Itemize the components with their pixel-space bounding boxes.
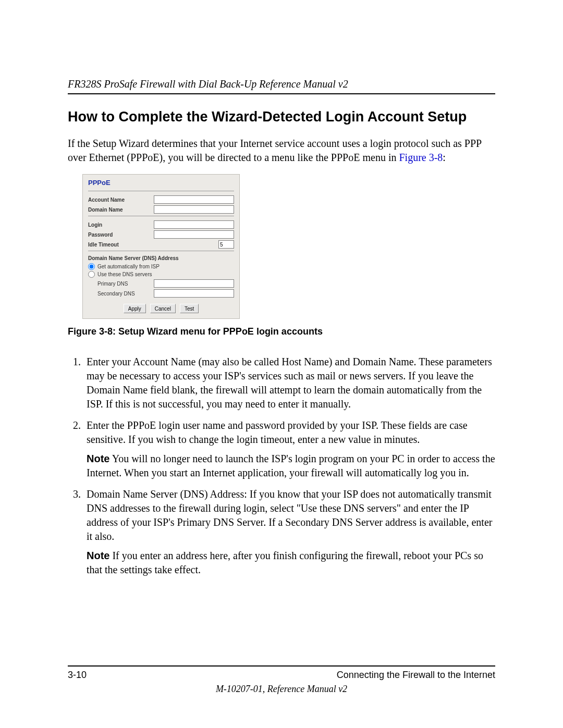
step-3-text: Domain Name Server (DNS) Address: If you… — [87, 488, 492, 542]
domain-name-input[interactable] — [154, 205, 234, 214]
primary-dns-input[interactable] — [154, 279, 234, 288]
dns-auto-label: Get automatically from ISP — [97, 264, 160, 269]
figure-xref: Figure 3-8 — [399, 152, 443, 163]
step-2: Enter the PPPoE login user name and pass… — [83, 418, 495, 480]
chapter-title: Connecting the Firewall to the Internet — [337, 670, 495, 681]
step-2-note-text: You will no longer need to launch the IS… — [87, 453, 495, 478]
secondary-dns-input[interactable] — [154, 289, 234, 298]
pppoe-screenshot: PPPoE Account Name Domain Name Login Pas… — [82, 174, 240, 319]
password-label: Password — [88, 232, 151, 238]
intro-paragraph: If the Setup Wizard determines that your… — [68, 137, 495, 165]
page-number: 3-10 — [68, 670, 87, 681]
dns-manual-label: Use these DNS servers — [97, 272, 152, 277]
step-3: Domain Name Server (DNS) Address: If you… — [83, 487, 495, 577]
step-1-text: Enter your Account Name (may also be cal… — [87, 356, 492, 410]
header-rule — [68, 93, 495, 94]
login-label: Login — [88, 222, 151, 228]
account-name-label: Account Name — [88, 197, 151, 203]
intro-text-b: : — [443, 152, 446, 163]
step-3-note-label: Note — [87, 550, 109, 561]
primary-dns-label: Primary DNS — [97, 281, 151, 287]
running-header: FR328S ProSafe Firewall with Dial Back-U… — [68, 78, 495, 90]
step-2-text: Enter the PPPoE login user name and pass… — [87, 419, 468, 445]
idle-timeout-input[interactable] — [218, 240, 234, 249]
password-input[interactable] — [154, 230, 234, 239]
account-name-input[interactable] — [154, 195, 234, 204]
test-button[interactable]: Test — [180, 304, 199, 313]
footer-rule — [68, 665, 495, 667]
figure-caption: Figure 3-8: Setup Wizard menu for PPPoE … — [68, 326, 495, 337]
dns-auto-radio[interactable]: Get automatically from ISP — [88, 263, 234, 270]
dns-auto-radio-input[interactable] — [88, 263, 95, 270]
domain-name-label: Domain Name — [88, 207, 151, 213]
cancel-button[interactable]: Cancel — [150, 304, 176, 313]
apply-button[interactable]: Apply — [124, 304, 146, 313]
idle-timeout-label: Idle Timeout — [88, 242, 151, 248]
dns-section-heading: Domain Name Server (DNS) Address — [88, 255, 234, 261]
step-3-note-text: If you enter an address here, after you … — [87, 550, 483, 575]
steps-list: Enter your Account Name (may also be cal… — [68, 355, 495, 577]
login-input[interactable] — [154, 220, 234, 229]
dns-manual-radio-input[interactable] — [88, 271, 95, 278]
step-2-note-label: Note — [87, 453, 109, 464]
dns-manual-radio[interactable]: Use these DNS servers — [88, 271, 234, 278]
section-title: How to Complete the Wizard-Detected Logi… — [68, 109, 495, 125]
doc-id: M-10207-01, Reference Manual v2 — [68, 684, 495, 695]
secondary-dns-label: Secondary DNS — [97, 291, 151, 297]
panel-title: PPPoE — [88, 179, 234, 187]
step-1: Enter your Account Name (may also be cal… — [83, 355, 495, 411]
